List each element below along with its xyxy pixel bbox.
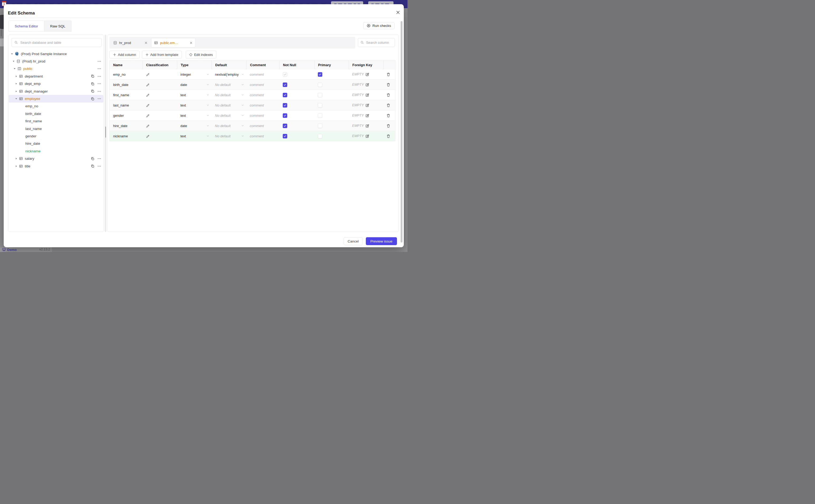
trash-icon[interactable] <box>386 72 390 76</box>
comment-input[interactable]: comment <box>246 80 279 90</box>
edit-square-icon[interactable] <box>365 103 369 107</box>
tree-item--prod-hr_prod[interactable]: (Prod) hr_prod <box>9 57 103 65</box>
pencil-icon[interactable] <box>146 83 149 86</box>
type-select[interactable]: integer <box>177 69 211 79</box>
name-cell[interactable]: gender <box>110 110 142 120</box>
copy-icon[interactable] <box>91 97 94 101</box>
edit-square-icon[interactable] <box>365 114 369 118</box>
edit-indexes-button[interactable]: Edit indexes <box>186 51 216 59</box>
ellipsis-icon[interactable] <box>97 89 101 93</box>
tree-item-salary[interactable]: salary <box>9 155 103 162</box>
edit-square-icon[interactable] <box>365 83 369 87</box>
tree-item-nickname[interactable]: nickname <box>9 147 103 155</box>
caret-down-icon[interactable] <box>13 67 16 70</box>
pencil-icon[interactable] <box>146 124 149 128</box>
editor-tab-hr_prod[interactable]: hr_prod <box>110 38 150 47</box>
tree-item-gender[interactable]: gender <box>9 132 103 140</box>
ellipsis-icon[interactable] <box>97 59 101 63</box>
tree-item-first_name[interactable]: first_name <box>9 118 103 125</box>
caret-down-icon[interactable] <box>15 98 17 100</box>
pencil-icon[interactable] <box>146 134 149 138</box>
tree-item-dept_manager[interactable]: dept_manager <box>9 88 103 95</box>
add-from-template-button[interactable]: Add from template <box>142 51 182 59</box>
caret-right-icon[interactable] <box>15 90 17 93</box>
caret-right-icon[interactable] <box>15 165 17 167</box>
caret-right-icon[interactable] <box>15 75 17 77</box>
pencil-icon[interactable] <box>146 103 149 107</box>
primary-checkbox[interactable] <box>318 103 322 108</box>
primary-checkbox[interactable] <box>318 113 322 118</box>
copy-icon[interactable] <box>91 164 94 168</box>
type-select[interactable]: date <box>177 121 211 131</box>
tree-item-employee[interactable]: employee <box>9 95 103 102</box>
pencil-icon[interactable] <box>146 114 149 117</box>
ellipsis-icon[interactable] <box>97 157 101 161</box>
copy-icon[interactable] <box>91 74 94 78</box>
edit-square-icon[interactable] <box>365 72 369 76</box>
comment-input[interactable]: comment <box>246 69 279 79</box>
caret-down-icon[interactable] <box>11 53 13 55</box>
pencil-icon[interactable] <box>146 72 149 76</box>
ellipsis-icon[interactable] <box>97 164 101 168</box>
modal-scrollbar-thumb[interactable] <box>400 21 402 243</box>
tree-item-hire_date[interactable]: hire_date <box>9 140 103 147</box>
trash-icon[interactable] <box>386 83 390 87</box>
type-select[interactable]: text <box>177 110 211 120</box>
tree-item-department[interactable]: department <box>9 72 103 80</box>
panel-resizer[interactable] <box>105 35 106 232</box>
primary-checkbox[interactable] <box>318 93 322 97</box>
default-select[interactable]: No default <box>211 100 246 110</box>
close-icon[interactable] <box>144 41 147 44</box>
name-cell[interactable]: last_name <box>110 100 142 110</box>
primary-checkbox[interactable] <box>318 124 322 128</box>
edit-square-icon[interactable] <box>365 124 369 128</box>
tree-scrollbar-thumb[interactable] <box>105 127 106 138</box>
run-checks-button[interactable]: Run checks <box>363 22 394 29</box>
tab-raw-sql[interactable]: Raw SQL <box>44 21 71 32</box>
comment-input[interactable]: comment <box>246 100 279 110</box>
not-null-checkbox[interactable] <box>283 72 287 77</box>
copy-icon[interactable] <box>91 89 94 93</box>
close-icon[interactable] <box>395 9 401 15</box>
ellipsis-icon[interactable] <box>97 74 101 78</box>
default-select[interactable]: No default <box>211 121 246 131</box>
name-cell[interactable]: nickname <box>110 131 142 141</box>
primary-checkbox[interactable] <box>318 83 322 87</box>
not-null-checkbox[interactable] <box>283 113 287 118</box>
caret-down-icon[interactable] <box>12 60 15 62</box>
default-select[interactable]: No default <box>211 131 246 141</box>
default-select[interactable]: nextval('employ <box>211 69 246 79</box>
tree-item--prod-prod-sample-instance[interactable]: (Prod) Prod Sample Instance <box>9 50 103 57</box>
name-cell[interactable]: birth_date <box>110 80 142 90</box>
not-null-checkbox[interactable] <box>283 124 287 128</box>
trash-icon[interactable] <box>386 103 390 107</box>
not-null-checkbox[interactable] <box>283 134 287 138</box>
type-select[interactable]: text <box>177 100 211 110</box>
default-select[interactable]: No default <box>211 80 246 90</box>
name-cell[interactable]: emp_no <box>110 69 142 79</box>
tree-item-dept_emp[interactable]: dept_emp <box>9 80 103 88</box>
add-column-button[interactable]: Add column <box>109 51 139 59</box>
comment-input[interactable]: comment <box>246 121 279 131</box>
caret-right-icon[interactable] <box>15 157 17 160</box>
comment-input[interactable]: comment <box>246 131 279 141</box>
editor-tab-public-em-[interactable]: public.em… <box>151 38 195 47</box>
ellipsis-icon[interactable] <box>97 67 101 71</box>
primary-checkbox[interactable] <box>318 72 322 77</box>
type-select[interactable]: date <box>177 80 211 90</box>
default-select[interactable]: No default <box>211 110 246 120</box>
ellipsis-icon[interactable] <box>97 97 101 101</box>
ellipsis-icon[interactable] <box>97 82 101 86</box>
column-search-input[interactable] <box>365 40 392 45</box>
comment-input[interactable]: comment <box>246 110 279 120</box>
trash-icon[interactable] <box>386 93 390 97</box>
tree-item-last_name[interactable]: last_name <box>9 125 103 132</box>
close-icon[interactable] <box>190 41 192 44</box>
tree-search-input[interactable] <box>20 40 99 45</box>
type-select[interactable]: text <box>177 131 211 141</box>
primary-checkbox[interactable] <box>318 134 322 138</box>
trash-icon[interactable] <box>386 134 390 138</box>
copy-icon[interactable] <box>91 82 94 86</box>
copy-icon[interactable] <box>91 157 94 161</box>
not-null-checkbox[interactable] <box>283 103 287 108</box>
